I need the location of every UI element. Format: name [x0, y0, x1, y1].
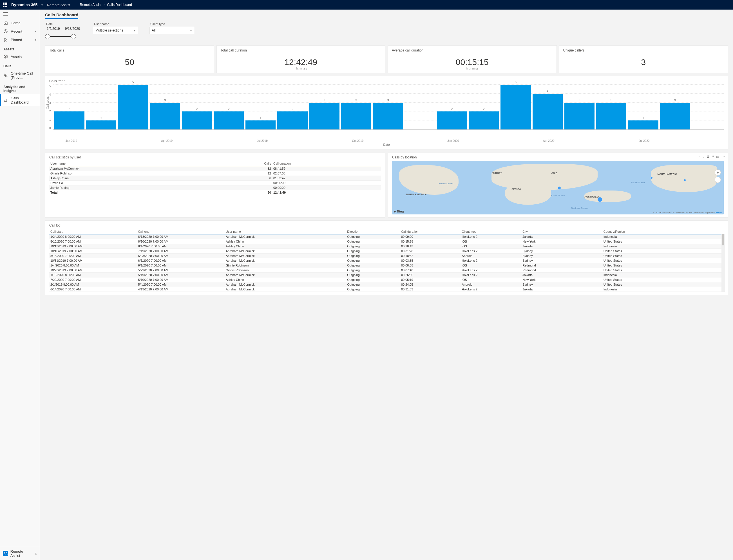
- sidebar-item-label: Calls Dashboard: [11, 96, 36, 104]
- kpi-sublabel: hh:mm:ss: [221, 67, 381, 70]
- chart-bar[interactable]: 3: [660, 103, 690, 129]
- table-row[interactable]: 2/1/2019 8:00:00 AM5/4/2020 7:00:00 AMAb…: [49, 282, 724, 287]
- table-row[interactable]: David So00:00:00: [49, 181, 381, 185]
- map-bubble[interactable]: [684, 179, 686, 181]
- table-row[interactable]: 10/31/2019 7:00:00 AM6/6/2020 7:00:00 AM…: [49, 258, 724, 263]
- table-row[interactable]: 10/13/2019 7:00:00 AM8/1/2020 7:00:00 AM…: [49, 244, 724, 249]
- cube-icon: [3, 54, 8, 59]
- kpi-total-calls: Total calls 50: [45, 45, 214, 73]
- drill-up-icon[interactable]: ↑: [699, 155, 701, 159]
- sidebar-item-home[interactable]: Home: [0, 19, 40, 27]
- chart-bar[interactable]: 3: [341, 103, 371, 129]
- zoom-out-button[interactable]: −: [715, 177, 721, 183]
- sidebar-item-label: Home: [11, 21, 21, 25]
- col-header[interactable]: User name: [225, 229, 346, 234]
- chart-bar[interactable]: 2: [469, 111, 499, 129]
- col-header[interactable]: User name: [49, 161, 222, 166]
- app-launcher-icon[interactable]: [3, 3, 7, 7]
- table-row[interactable]: 1/18/2020 8:00:00 AM5/19/2020 7:00:00 AM…: [49, 273, 724, 277]
- date-range-slider[interactable]: [45, 33, 76, 40]
- sidebar-item-label: One-time Call (Previ...: [11, 71, 36, 80]
- expand-all-icon[interactable]: ⇊: [707, 155, 710, 159]
- col-header[interactable]: Call duration: [272, 161, 381, 166]
- hamburger-icon[interactable]: [3, 12, 8, 16]
- table-row[interactable]: 6/14/2020 7:00:00 AM4/13/2020 7:00:00 AM…: [49, 287, 724, 292]
- col-header[interactable]: Client type: [461, 229, 522, 234]
- table-row[interactable]: 8/18/2020 7:00:00 AM6/23/2020 7:00:00 AM…: [49, 254, 724, 258]
- table-row[interactable]: 5/10/2020 7:00:00 AM8/10/2020 7:00:00 AM…: [49, 239, 724, 244]
- map-bubble[interactable]: [651, 177, 652, 179]
- chart-bar[interactable]: 4: [533, 94, 563, 129]
- calls-by-location: Calls by location ↑ ↓ ⇊ ⑂ ▭ ⋯ EUROPE A: [388, 152, 728, 218]
- table-row[interactable]: Ginnie Robinson1202:07:08: [49, 171, 381, 176]
- card-title: Call statistics by user: [49, 155, 381, 159]
- scrollbar[interactable]: [721, 234, 725, 292]
- col-header[interactable]: Call end: [137, 229, 224, 234]
- drill-down-icon[interactable]: ↓: [703, 155, 705, 159]
- main-content: Calls Dashboard Date 1/6/2019 9/18/2020 …: [40, 10, 733, 560]
- sidebar-item-assets[interactable]: Assets: [0, 52, 40, 61]
- col-header[interactable]: Call duration: [400, 229, 461, 234]
- table-row[interactable]: Ashley Chinn601:53:42: [49, 176, 381, 181]
- focus-icon[interactable]: ▭: [716, 155, 719, 159]
- table-row[interactable]: 7/29/2020 7:00:00 AM5/10/2020 7:00:00 AM…: [49, 277, 724, 282]
- kpi-sublabel: hh:mm:ss: [392, 67, 553, 70]
- hierarchy-icon[interactable]: ⑂: [712, 155, 714, 159]
- kpi-total-duration: Total call duration 12:42:49 hh:mm:ss: [216, 45, 386, 73]
- chart-bar[interactable]: 3: [373, 103, 403, 129]
- chart-bar[interactable]: 3: [596, 103, 626, 129]
- chart-bar[interactable]: 2: [277, 111, 307, 129]
- kpi-row: Total calls 50 Total call duration 12:42…: [45, 45, 728, 73]
- map-toolbar: ↑ ↓ ⇊ ⑂ ▭ ⋯: [699, 155, 725, 159]
- terms-link[interactable]: Terms: [716, 211, 722, 214]
- chart-bar[interactable]: 2: [437, 111, 467, 129]
- chart-bar[interactable]: 5: [500, 85, 531, 129]
- col-header[interactable]: Country/Region: [602, 229, 724, 234]
- chart-bar[interactable]: 3: [150, 103, 180, 129]
- sidebar-item-pinned[interactable]: Pinned ▾: [0, 35, 40, 44]
- total-dur: 12:42:49: [272, 190, 381, 195]
- home-icon: [3, 21, 8, 25]
- table-row[interactable]: 1/4/2020 8:00:00 AM6/1/2020 7:00:00 AMGi…: [49, 263, 724, 268]
- table-row[interactable]: 10/10/2019 7:00:00 AM7/19/2020 7:00:00 A…: [49, 249, 724, 254]
- more-icon[interactable]: ⋯: [721, 155, 725, 159]
- zoom-in-button[interactable]: +: [715, 169, 721, 176]
- table-row[interactable]: Abraham McCormick3208:41:59: [49, 166, 381, 171]
- chart-bar[interactable]: 2: [214, 111, 244, 129]
- map-attribution: © 2020 TomTom © 2020 HERE, © 2020 Micros…: [653, 211, 722, 214]
- col-header[interactable]: Calls: [222, 161, 272, 166]
- chevron-down-icon[interactable]: ▾: [35, 38, 36, 41]
- chevron-down-icon[interactable]: ▾: [35, 30, 36, 33]
- username-dropdown[interactable]: Multiple selections ▾: [93, 27, 138, 34]
- sidebar-item-calls-dashboard[interactable]: Calls Dashboard: [0, 94, 40, 106]
- sidebar-item-recent[interactable]: Recent ▾: [0, 27, 40, 35]
- col-header[interactable]: Call start: [49, 229, 137, 234]
- sidebar-item-onetime-call[interactable]: One-time Call (Previ...: [0, 69, 40, 82]
- chart-bar[interactable]: 3: [564, 103, 595, 129]
- kpi-unique-callers: Unique callers 3: [559, 45, 728, 73]
- chart-bar[interactable]: 1: [628, 120, 658, 129]
- expand-icon[interactable]: ⇅: [35, 552, 37, 555]
- world-map[interactable]: EUROPE ASIA NORTH AMERIC AFRICA SOUTH AM…: [392, 161, 724, 214]
- breadcrumb-item[interactable]: Remote Assist: [80, 3, 102, 7]
- chart-bar[interactable]: 3: [309, 103, 339, 129]
- chart-bar[interactable]: 1: [86, 120, 116, 129]
- chart-bar[interactable]: 5: [118, 85, 148, 129]
- sidebar-footer[interactable]: RA Remote Assist ⇅: [0, 547, 40, 560]
- date-to: 9/18/2020: [65, 27, 80, 31]
- table-row[interactable]: 10/23/2019 7:00:00 AM5/29/2020 7:00:00 A…: [49, 268, 724, 273]
- chevron-down-icon: ▾: [190, 29, 192, 32]
- brand: Dynamics 365: [11, 3, 37, 7]
- chart-bar[interactable]: 1: [245, 120, 276, 129]
- topbar: Dynamics 365 ▾ Remote Assist Remote Assi…: [0, 0, 733, 10]
- col-header[interactable]: City: [521, 229, 602, 234]
- chevron-down-icon[interactable]: ▾: [41, 3, 43, 6]
- table-row[interactable]: Jamie Reding00:00:00: [49, 185, 381, 190]
- table-row[interactable]: 1/24/2020 8:00:00 AM8/13/2020 7:00:00 AM…: [49, 234, 724, 239]
- chart-bar[interactable]: 2: [182, 111, 212, 129]
- chart-bar[interactable]: 2: [54, 111, 84, 129]
- col-header[interactable]: Direction: [346, 229, 400, 234]
- kpi-value: 12:42:49: [221, 57, 381, 67]
- clienttype-dropdown[interactable]: All ▾: [149, 27, 194, 34]
- chart-xlabel: Date: [49, 143, 724, 146]
